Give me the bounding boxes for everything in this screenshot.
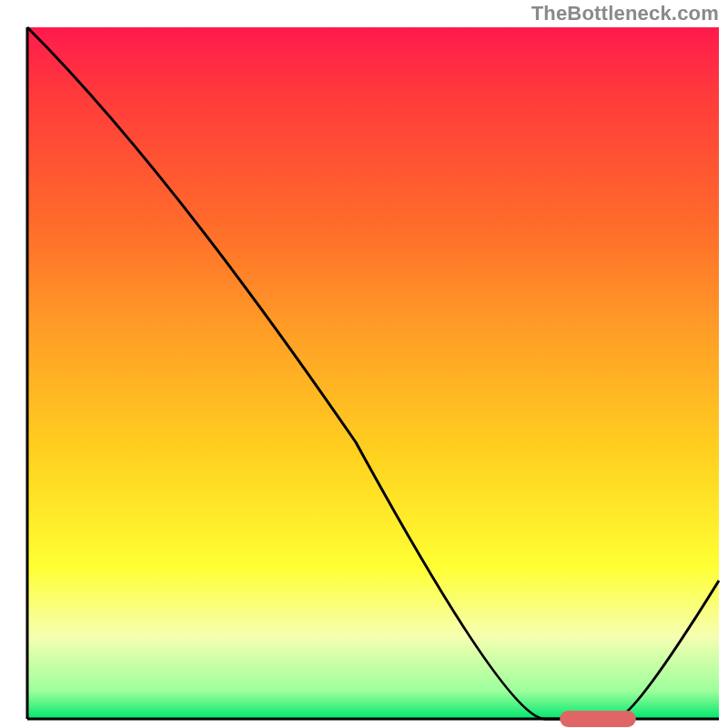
chart-container: TheBottleneck.com: [0, 0, 728, 728]
watermark-text: TheBottleneck.com: [531, 2, 719, 25]
chart-svg: [0, 0, 728, 728]
highlight-marker: [560, 711, 636, 727]
plot-background: [27, 27, 719, 719]
